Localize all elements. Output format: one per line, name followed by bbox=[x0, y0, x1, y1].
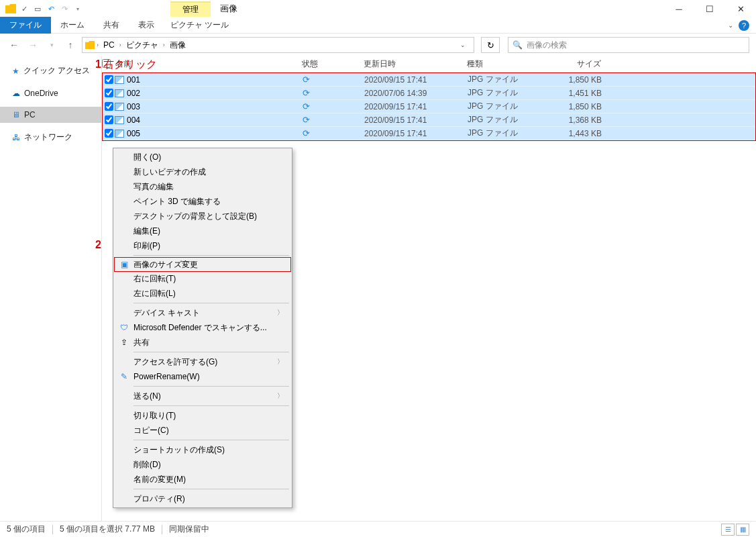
file-checkbox[interactable] bbox=[105, 115, 113, 124]
breadcrumb-pc[interactable]: PC bbox=[101, 40, 117, 50]
file-type: JPG ファイル bbox=[468, 87, 553, 99]
close-button[interactable]: ✕ bbox=[725, 0, 756, 17]
breadcrumb-sep-icon: › bbox=[96, 42, 99, 48]
nav-recent-icon[interactable]: ▾ bbox=[44, 38, 59, 52]
cm-cut[interactable]: 切り取り(T) bbox=[115, 408, 290, 423]
nav-bar: ← → ▾ ↑ › PC › ピクチャ › 画像 ⌄ ↻ 🔍 画像の検索 bbox=[0, 34, 756, 56]
cm-paint3d[interactable]: ペイント 3D で編集する bbox=[115, 194, 290, 209]
sidebar-network[interactable]: 🖧 ネットワーク bbox=[0, 128, 101, 146]
col-state[interactable]: 状態 bbox=[302, 58, 364, 70]
file-name: 001 bbox=[127, 75, 140, 85]
cm-rotate-left[interactable]: 左に回転(L) bbox=[115, 286, 290, 301]
qat-redo-icon[interactable]: ↷ bbox=[59, 3, 70, 14]
maximize-button[interactable]: ☐ bbox=[694, 0, 725, 17]
cm-print[interactable]: 印刷(P) bbox=[115, 238, 290, 253]
sidebar-onedrive[interactable]: ☁ OneDrive bbox=[0, 85, 101, 101]
file-row[interactable]: 002⟳2020/07/06 14:39JPG ファイル1,451 KB bbox=[103, 87, 755, 100]
search-icon: 🔍 bbox=[512, 40, 523, 50]
cm-separator bbox=[133, 440, 289, 440]
address-folder-icon bbox=[85, 41, 95, 49]
tab-view[interactable]: 表示 bbox=[129, 17, 164, 34]
file-checkbox[interactable] bbox=[105, 89, 113, 97]
cm-open[interactable]: 開く(O) bbox=[115, 150, 290, 164]
file-row[interactable]: 005⟳2020/09/15 17:41JPG ファイル1,443 KB bbox=[103, 127, 755, 140]
file-checkbox[interactable] bbox=[105, 129, 113, 138]
tab-share[interactable]: 共有 bbox=[94, 17, 129, 34]
cm-properties[interactable]: プロパティ(R) bbox=[115, 491, 290, 506]
nav-up-icon[interactable]: ↑ bbox=[63, 38, 78, 52]
cm-shortcut[interactable]: ショートカットの作成(S) bbox=[115, 442, 290, 457]
qat-more-icon[interactable]: ▾ bbox=[72, 3, 83, 14]
cm-edit[interactable]: 編集(E) bbox=[115, 224, 290, 238]
tab-file[interactable]: ファイル bbox=[0, 17, 51, 34]
window-title: 画像 bbox=[211, 1, 247, 16]
breadcrumb-pictures[interactable]: ピクチャ bbox=[123, 40, 161, 51]
file-checkbox[interactable] bbox=[105, 75, 113, 84]
qat-undo-icon[interactable]: ↶ bbox=[46, 3, 56, 14]
image-file-icon bbox=[115, 76, 124, 84]
file-date: 2020/09/15 17:41 bbox=[364, 115, 468, 125]
file-row[interactable]: 001⟳2020/09/15 17:41JPG ファイル1,850 KB bbox=[103, 73, 755, 87]
cm-separator bbox=[133, 352, 289, 352]
nav-sidebar: ★ クイック アクセス ☁ OneDrive 🖥 PC 🖧 ネットワーク bbox=[0, 56, 102, 521]
annotation-2: 2 bbox=[95, 239, 101, 251]
tab-picture-tools[interactable]: ピクチャ ツール bbox=[164, 17, 235, 34]
cm-powerrename[interactable]: ✎ PowerRename(W) bbox=[115, 369, 290, 384]
cm-separator bbox=[133, 489, 289, 489]
nav-forward-icon[interactable]: → bbox=[25, 38, 40, 52]
file-size: 1,451 KB bbox=[553, 89, 607, 98]
address-bar[interactable]: › PC › ピクチャ › 画像 ⌄ bbox=[82, 37, 474, 53]
col-size[interactable]: サイズ bbox=[553, 58, 606, 70]
ribbon-context-manage[interactable]: 管理 bbox=[170, 1, 211, 17]
help-icon[interactable]: ? bbox=[739, 20, 749, 31]
ribbon-collapse-icon[interactable]: ⌄ bbox=[728, 21, 733, 29]
cm-device-cast[interactable]: デバイス キャスト〉 bbox=[115, 305, 290, 320]
annotation-1-number: 1 bbox=[95, 58, 101, 70]
cm-separator bbox=[133, 255, 289, 256]
cm-rotate-right[interactable]: 右に回転(T) bbox=[115, 271, 290, 286]
file-date: 2020/09/15 17:41 bbox=[364, 102, 468, 111]
status-item-count: 5 個の項目 bbox=[7, 524, 46, 535]
col-type[interactable]: 種類 bbox=[467, 58, 553, 70]
star-icon: ★ bbox=[12, 66, 19, 76]
cm-send-to[interactable]: 送る(N)〉 bbox=[115, 389, 290, 403]
col-date[interactable]: 更新日時 bbox=[364, 58, 467, 70]
cm-delete[interactable]: 削除(D) bbox=[115, 457, 290, 472]
sidebar-pc[interactable]: 🖥 PC bbox=[0, 107, 101, 123]
image-file-icon bbox=[115, 116, 124, 124]
cm-defender[interactable]: 🛡 Microsoft Defender でスキャンする... bbox=[115, 320, 290, 335]
file-type: JPG ファイル bbox=[468, 74, 553, 85]
file-checkbox[interactable] bbox=[105, 102, 113, 111]
sync-status-icon: ⟳ bbox=[303, 115, 364, 125]
cm-separator bbox=[133, 405, 289, 406]
cm-resize-image[interactable]: ▣ 画像のサイズ変更 bbox=[114, 257, 291, 272]
qat-check-icon[interactable]: ✓ bbox=[19, 3, 30, 14]
file-row[interactable]: 004⟳2020/09/15 17:41JPG ファイル1,368 KB bbox=[103, 113, 755, 127]
sidebar-quick-access[interactable]: ★ クイック アクセス bbox=[0, 62, 101, 80]
status-sync: 同期保留中 bbox=[169, 524, 209, 535]
address-dropdown-icon[interactable]: ⌄ bbox=[455, 42, 471, 48]
view-large-icon[interactable]: ▦ bbox=[736, 524, 749, 536]
cm-copy[interactable]: コピー(C) bbox=[115, 423, 290, 438]
view-details-icon[interactable]: ☰ bbox=[721, 524, 735, 536]
search-placeholder: 画像の検索 bbox=[527, 40, 567, 51]
cm-give-access[interactable]: アクセスを許可する(G)〉 bbox=[115, 354, 290, 369]
breadcrumb-folder[interactable]: 画像 bbox=[167, 40, 188, 51]
tab-home[interactable]: ホーム bbox=[51, 17, 94, 34]
file-date: 2020/07/06 14:39 bbox=[364, 89, 468, 98]
cm-rename[interactable]: 名前の変更(M) bbox=[115, 472, 290, 487]
cm-edit-photo[interactable]: 写真の編集 bbox=[115, 179, 290, 194]
cm-set-wallpaper[interactable]: デスクトップの背景として設定(B) bbox=[115, 209, 290, 224]
file-size: 1,443 KB bbox=[553, 129, 607, 138]
submenu-arrow-icon: 〉 bbox=[277, 391, 284, 401]
file-row[interactable]: 003⟳2020/09/15 17:41JPG ファイル1,850 KB bbox=[103, 100, 755, 113]
refresh-button[interactable]: ↻ bbox=[481, 37, 500, 53]
cm-share[interactable]: ⇪ 共有 bbox=[115, 335, 290, 350]
cm-separator bbox=[133, 386, 289, 387]
nav-back-icon[interactable]: ← bbox=[7, 38, 21, 52]
search-box[interactable]: 🔍 画像の検索 bbox=[508, 37, 749, 53]
qat-props-icon[interactable]: ▭ bbox=[32, 3, 43, 14]
cm-new-video[interactable]: 新しいビデオの作成 bbox=[115, 164, 290, 179]
minimize-button[interactable]: ─ bbox=[663, 0, 694, 17]
annotation-1: 1 右クリック bbox=[95, 58, 157, 72]
